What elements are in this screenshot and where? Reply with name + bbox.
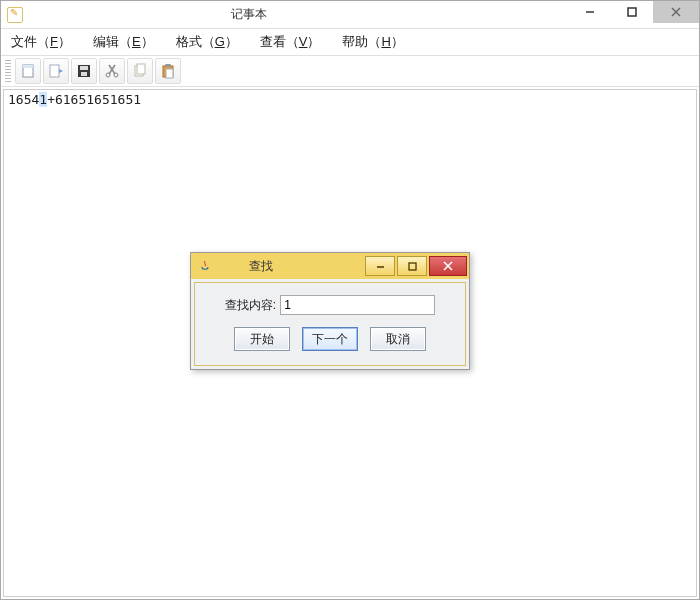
- find-buttons-row: 开始 下一个 取消: [211, 327, 449, 351]
- find-input[interactable]: [280, 295, 435, 315]
- toolbar-save[interactable]: [71, 58, 97, 84]
- toolbar-open[interactable]: [43, 58, 69, 84]
- paste-icon: [160, 63, 176, 79]
- menubar: 文件（F） 编辑（E） 格式（G） 查看（V） 帮助（H）: [1, 29, 699, 55]
- new-file-icon: [20, 63, 36, 79]
- find-dialog-title: 查找: [157, 258, 365, 275]
- toolbar-copy[interactable]: [127, 58, 153, 84]
- minimize-icon: [585, 7, 595, 17]
- minimize-button[interactable]: [569, 1, 611, 23]
- maximize-icon: [408, 262, 417, 271]
- menu-edit[interactable]: 编辑（E）: [93, 33, 154, 51]
- find-cancel-button[interactable]: 取消: [370, 327, 426, 351]
- close-icon: [443, 261, 453, 271]
- svg-point-12: [106, 73, 110, 77]
- svg-rect-6: [50, 65, 59, 77]
- app-notepad-icon: [7, 7, 23, 23]
- menu-view[interactable]: 查看（V）: [260, 33, 321, 51]
- toolbar-grip: [5, 60, 11, 82]
- toolbar-paste[interactable]: [155, 58, 181, 84]
- find-dialog-controls: [365, 253, 469, 279]
- open-file-icon: [48, 63, 64, 79]
- find-dialog-titlebar[interactable]: 查找: [191, 253, 469, 279]
- menu-help[interactable]: 帮助（H）: [342, 33, 403, 51]
- editor-selection: 1: [39, 92, 47, 107]
- find-dialog-body: 查找内容: 开始 下一个 取消: [194, 282, 466, 366]
- svg-rect-9: [81, 72, 87, 76]
- dialog-maximize-button[interactable]: [397, 256, 427, 276]
- close-icon: [671, 7, 681, 17]
- window-title: 记事本: [0, 6, 569, 23]
- svg-rect-17: [166, 69, 173, 78]
- dialog-close-button[interactable]: [429, 256, 467, 276]
- maximize-button[interactable]: [611, 1, 653, 23]
- save-icon: [76, 63, 92, 79]
- menu-format[interactable]: 格式（G）: [176, 33, 238, 51]
- find-start-button[interactable]: 开始: [234, 327, 290, 351]
- main-titlebar: 记事本: [1, 1, 699, 29]
- editor-text-before: 1654: [8, 92, 39, 107]
- copy-icon: [132, 63, 148, 79]
- menu-file[interactable]: 文件（F）: [11, 33, 71, 51]
- svg-rect-15: [137, 64, 145, 74]
- svg-rect-5: [23, 65, 33, 68]
- cut-icon: [104, 63, 120, 79]
- toolbar-new[interactable]: [15, 58, 41, 84]
- maximize-icon: [627, 7, 637, 17]
- minimize-icon: [376, 262, 385, 271]
- dialog-minimize-button[interactable]: [365, 256, 395, 276]
- window-controls: [569, 1, 699, 28]
- find-dialog[interactable]: 查找 查找内容: 开始 下一个 取消: [190, 252, 470, 370]
- svg-rect-20: [409, 263, 416, 270]
- close-button[interactable]: [653, 1, 699, 23]
- svg-point-13: [114, 73, 118, 77]
- svg-rect-8: [80, 66, 88, 70]
- toolbar: [1, 55, 699, 87]
- toolbar-cut[interactable]: [99, 58, 125, 84]
- find-label: 查找内容:: [225, 297, 276, 314]
- find-next-button[interactable]: 下一个: [302, 327, 358, 351]
- editor-text-after: +61651651651: [47, 92, 141, 107]
- svg-rect-18: [165, 64, 171, 67]
- find-input-row: 查找内容:: [211, 295, 449, 315]
- svg-rect-1: [628, 8, 636, 16]
